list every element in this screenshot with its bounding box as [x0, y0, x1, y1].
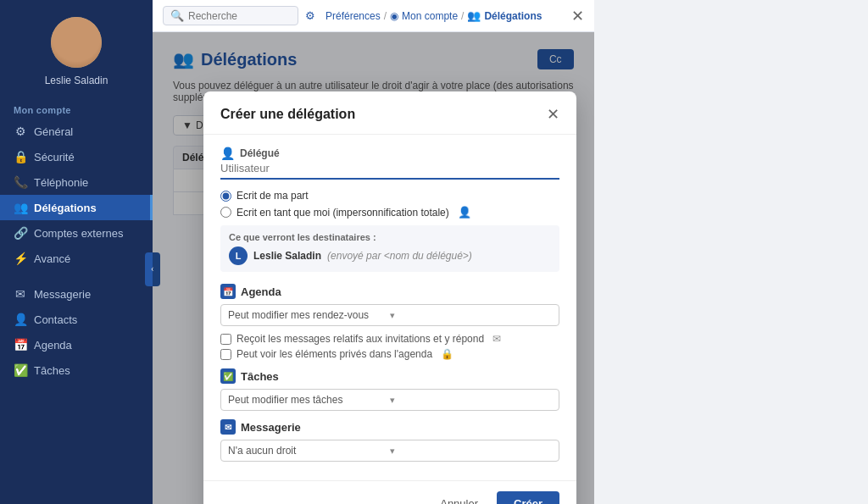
messagerie-section-header: ✉ Messagerie	[220, 419, 559, 435]
phone-icon: 📞	[14, 175, 27, 189]
messagerie-section-icon: ✉	[220, 419, 236, 435]
taches-dropdown-value: Peut modifier mes tâches	[228, 394, 390, 406]
cancel-button[interactable]: Annuler	[430, 492, 488, 504]
radio-ecrit-ma-part-input[interactable]	[220, 191, 231, 202]
messagerie-section-label: Messagerie	[241, 421, 301, 434]
breadcrumb: Préférences / ◉ Mon compte / 👥 Délégatio…	[326, 9, 542, 22]
agenda-dropdown[interactable]: Peut modifier mes rendez-vous ▾	[220, 304, 559, 326]
topbar-close-button[interactable]: ✕	[571, 8, 584, 24]
agenda-section-header: 📅 Agenda	[220, 284, 559, 299]
lock-icon: 🔒	[14, 150, 27, 163]
chevron-down-icon-2: ▾	[390, 395, 552, 406]
sidebar-label-delegations: Délégations	[34, 202, 97, 214]
sidebar-item-contacts[interactable]: 👤 Contacts	[0, 307, 153, 332]
taches-section-header: ✅ Tâches	[220, 368, 559, 384]
user-plus-icon: 👤	[458, 206, 471, 219]
sidebar-label-avance: Avancé	[34, 252, 70, 265]
sidebar-label-taches: Tâches	[34, 364, 70, 377]
checkbox-prive-label: Peut voir les éléments privés dans l'age…	[236, 348, 432, 360]
messagerie-dropdown[interactable]: N'a aucun droit ▾	[220, 440, 559, 462]
sidebar-label-general: Général	[34, 125, 73, 138]
checkbox-invitations-input[interactable]	[220, 334, 231, 345]
modal-header: Créer une délégation ✕	[203, 91, 576, 135]
radio-ecrit-tant-que: Ecrit en tant que moi (impersonnificatio…	[220, 206, 559, 219]
sidebar-label-agenda: Agenda	[34, 339, 72, 352]
gear-icon: ⚙	[305, 9, 315, 22]
mail-icon: ✉	[14, 287, 27, 301]
taches-section-icon: ✅	[220, 368, 236, 384]
preview-user: L Leslie Saladin (envoyé par <nom du dél…	[229, 246, 551, 265]
create-delegation-modal: Créer une délégation ✕ 👤 Délégué	[203, 91, 576, 504]
sidebar-username: Leslie Saladin	[45, 75, 108, 86]
taches-icon: ✅	[14, 363, 27, 377]
sidebar-label-comptes-externes: Comptes externes	[34, 227, 124, 240]
sidebar-item-securite[interactable]: 🔒 Sécurité	[0, 144, 153, 169]
contacts-icon: 👤	[14, 313, 27, 326]
link-icon: 🔗	[14, 226, 27, 240]
sidebar-item-comptes-externes[interactable]: 🔗 Comptes externes	[0, 220, 153, 246]
modal-footer: Annuler Créer	[203, 480, 576, 504]
search-input[interactable]	[188, 10, 290, 22]
delegation-breadcrumb-icon: 👥	[467, 9, 481, 22]
modal-overlay: Créer une délégation ✕ 👤 Délégué	[153, 32, 594, 504]
agenda-section-icon: 📅	[220, 284, 236, 299]
main-content: 🔍 ⚙ Préférences / ◉ Mon compte / 👥 Délég…	[153, 0, 594, 504]
sidebar-item-taches[interactable]: ✅ Tâches	[0, 357, 153, 383]
search-box[interactable]: 🔍	[163, 6, 298, 25]
checkbox-prive-input[interactable]	[220, 349, 231, 360]
radio-ecrit-ma-part-label: Ecrit de ma part	[236, 190, 309, 202]
breadcrumb-current: Délégations	[484, 10, 542, 22]
sidebar-label-contacts: Contacts	[34, 313, 77, 326]
breadcrumb-preferences[interactable]: Préférences	[326, 10, 381, 22]
preview-avatar: L	[229, 246, 248, 265]
sidebar-item-messagerie[interactable]: ✉ Messagerie	[0, 281, 153, 307]
checkbox-invitations: Reçoit les messages relatifs aux invitat…	[220, 333, 559, 345]
checkbox-invitations-label: Reçoit les messages relatifs aux invitat…	[236, 333, 484, 345]
delegation-icon: 👥	[14, 201, 27, 214]
mon-compte-icon: ◉	[390, 10, 398, 22]
chevron-down-icon-3: ▾	[390, 446, 552, 457]
create-button[interactable]: Créer	[497, 491, 559, 504]
sidebar-item-telephonie[interactable]: 📞 Téléphonie	[0, 169, 153, 195]
radio-ecrit-tant-que-input[interactable]	[220, 207, 231, 218]
taches-section-label: Tâches	[241, 370, 279, 383]
user-avatar-section: Leslie Saladin	[0, 0, 153, 98]
radio-ecrit-tant-que-label: Ecrit en tant que moi (impersonnificatio…	[236, 207, 449, 219]
delegue-field[interactable]	[220, 162, 559, 180]
sidebar-item-delegations[interactable]: 👥 Délégations	[0, 195, 153, 220]
sidebar-item-avance[interactable]: ⚡ Avancé	[0, 246, 153, 271]
person-icon: 👤	[220, 147, 235, 160]
sidebar-item-agenda[interactable]: 📅 Agenda	[0, 332, 153, 357]
sidebar-label-telephonie: Téléphonie	[34, 176, 88, 189]
advanced-icon: ⚡	[14, 252, 27, 265]
checkbox-prive: Peut voir les éléments privés dans l'age…	[220, 348, 559, 360]
preview-name: Leslie Saladin	[253, 250, 321, 262]
lock-icon: 🔒	[441, 348, 453, 360]
preview-label: Ce que verront les destinataires :	[229, 232, 551, 242]
delegue-input[interactable]	[220, 162, 559, 174]
breadcrumb-mon-compte[interactable]: Mon compte	[402, 10, 458, 22]
modal-body: 👤 Délégué Ecrit de ma part	[203, 135, 576, 480]
agenda-dropdown-value: Peut modifier mes rendez-vous	[228, 309, 390, 321]
general-icon: ⚙	[14, 125, 27, 138]
taches-dropdown[interactable]: Peut modifier mes tâches ▾	[220, 389, 559, 411]
page-content: 👥 Délégations Vous pouvez déléguer à un …	[153, 32, 594, 504]
preview-suffix: (envoyé par <nom du délégué>)	[327, 250, 472, 262]
preview-box: Ce que verront les destinataires : L Les…	[220, 225, 559, 272]
chevron-down-icon: ▾	[390, 310, 552, 321]
sidebar-item-general[interactable]: ⚙ Général	[0, 119, 153, 144]
mail-icon: ✉	[492, 333, 501, 345]
agenda-icon: 📅	[14, 338, 27, 352]
delegue-label: Délégué	[240, 147, 280, 159]
sidebar: Leslie Saladin Mon compte ⚙ Général 🔒 Sé…	[0, 0, 153, 504]
messagerie-dropdown-value: N'a aucun droit	[228, 445, 390, 457]
sidebar-section-mon-compte: Mon compte	[0, 98, 153, 119]
avatar	[51, 17, 102, 68]
search-icon: 🔍	[170, 9, 184, 22]
radio-ecrit-ma-part: Ecrit de ma part	[220, 190, 559, 202]
radio-group: Ecrit de ma part Ecrit en tant que moi (…	[220, 190, 559, 219]
sidebar-label-messagerie: Messagerie	[34, 288, 91, 301]
modal-close-button[interactable]: ✕	[547, 105, 559, 124]
sidebar-label-securite: Sécurité	[34, 151, 75, 163]
agenda-section-label: Agenda	[241, 285, 281, 298]
